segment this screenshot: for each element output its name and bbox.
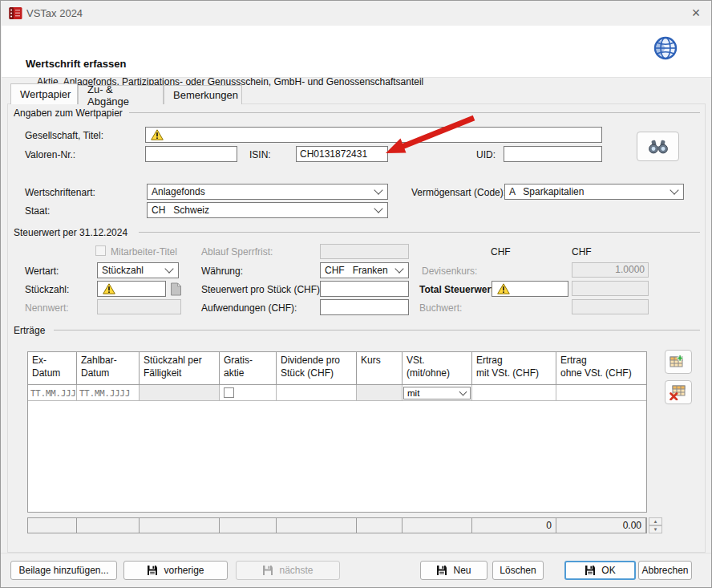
loeschen-button[interactable]: Löschen: [492, 561, 544, 580]
dialog-window: VSTax 2024 × Wertschrift erfassen Aktie,…: [0, 0, 712, 588]
button-label: OK: [601, 565, 615, 576]
abbrechen-button[interactable]: Abbrechen: [638, 561, 692, 580]
window-title: VSTax 2024: [26, 7, 83, 19]
footer-divider: [1, 553, 711, 554]
tab-zu-abgaenge[interactable]: Zu- & Abgänge: [78, 85, 164, 104]
button-label: Beilage hinzufügen...: [18, 565, 108, 576]
page-title: Wertschrift erfassen: [26, 58, 126, 70]
close-button[interactable]: ×: [686, 2, 706, 23]
neu-button[interactable]: Neu: [420, 561, 487, 580]
group-label-ertraege: Erträge: [14, 325, 45, 336]
button-label: vorherige: [164, 565, 204, 576]
dialog-header: Wertschrift erfassen Aktie, Anlagefonds,…: [2, 26, 711, 78]
tab-wertpapier[interactable]: Wertpapier: [10, 83, 78, 104]
vorherige-button[interactable]: vorherige: [123, 561, 228, 580]
save-icon: [262, 565, 273, 576]
button-label: nächste: [279, 565, 313, 576]
save-icon: [585, 565, 596, 576]
tab-bemerkungen[interactable]: Bemerkungen: [164, 85, 242, 104]
group-label-angaben: Angaben zum Wertpapier: [14, 107, 123, 119]
app-icon: [9, 6, 22, 20]
annotation-arrow-icon: [346, 113, 482, 161]
button-label: Löschen: [500, 565, 536, 576]
button-label: Abbrechen: [641, 565, 688, 576]
tab-label: Zu- & Abgänge: [87, 83, 154, 107]
group-label-steuerwert: Steuerwert per 31.12.2024: [14, 227, 127, 238]
ok-button[interactable]: OK: [564, 561, 636, 580]
tab-label: Wertpapier: [20, 88, 71, 100]
save-icon: [436, 565, 447, 576]
tab-page: [7, 103, 706, 553]
naechste-button: nächste: [236, 561, 340, 580]
button-label: Neu: [453, 565, 471, 576]
tab-label: Bemerkungen: [173, 89, 238, 101]
beilage-hinzufuegen-button[interactable]: Beilage hinzufügen...: [10, 561, 117, 580]
globe-icon: [653, 35, 678, 61]
title-bar: VSTax 2024 ×: [1, 1, 711, 25]
save-icon: [147, 565, 158, 576]
